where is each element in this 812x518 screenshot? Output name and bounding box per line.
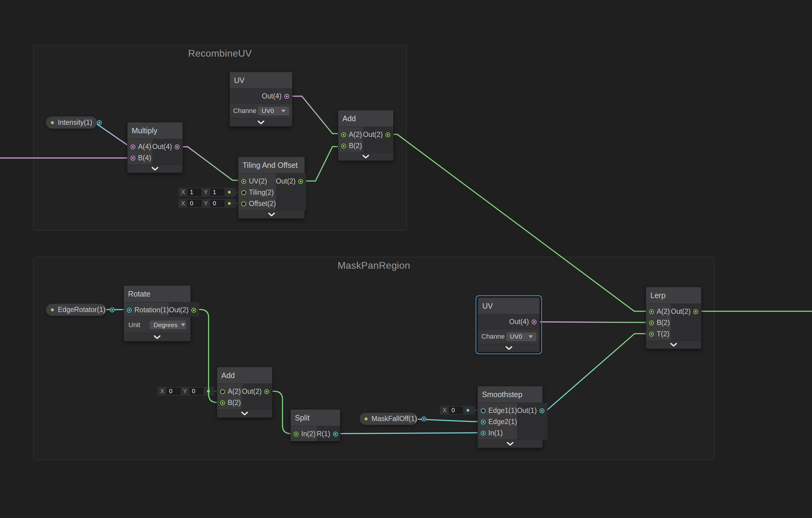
output-port-out4[interactable] (175, 144, 179, 149)
input-port-offset2[interactable] (241, 201, 246, 206)
input-port-in1[interactable] (481, 431, 486, 436)
collapse-bar[interactable] (478, 440, 543, 448)
x-value-field[interactable]: 1 (187, 189, 201, 196)
y-value-field[interactable]: 0 (210, 200, 224, 207)
output-port-out2[interactable] (298, 179, 303, 184)
collapse-bar[interactable] (478, 344, 540, 352)
port-label: Out(2) (169, 306, 188, 314)
node-title[interactable]: Add (217, 367, 272, 383)
property-label: Intensity(1) (58, 118, 92, 127)
collapse-bar[interactable] (217, 409, 272, 417)
x-value-field[interactable]: 0 (187, 200, 201, 207)
collapse-bar[interactable] (124, 333, 191, 341)
input-port-b4[interactable] (130, 156, 135, 161)
output-port-out4[interactable] (284, 94, 289, 99)
collapse-chevron-icon (505, 346, 512, 350)
input-port-t2[interactable] (649, 332, 654, 336)
collapse-chevron-icon (152, 167, 158, 170)
port-label: Out(2) (242, 387, 262, 396)
output-port[interactable] (97, 120, 102, 125)
node-title[interactable]: Tiling And Offset (238, 157, 304, 173)
unit-dropdown[interactable]: Degrees (150, 321, 186, 329)
node-title[interactable]: UV (230, 72, 292, 88)
property-edge-rotator[interactable]: EdgeRotator(1) (46, 303, 106, 316)
input-port-a2[interactable] (649, 309, 654, 314)
output-port[interactable] (110, 307, 115, 312)
property-label: EdgeRotator(1) (58, 306, 105, 314)
node-rotate[interactable]: Rotate Rotation(1) Out(2) Unit Degrees (123, 285, 191, 342)
node-multiply[interactable]: Multiply A(4) B(4) Out(4) (127, 122, 183, 173)
collapse-chevron-icon (670, 343, 677, 347)
x-value-field[interactable]: 0 (449, 407, 463, 414)
unit-label: Unit (128, 321, 140, 329)
output-port-out2[interactable] (264, 389, 269, 394)
input-port-b2[interactable] (220, 401, 225, 405)
property-label: MaskFallOff(1) (372, 415, 417, 423)
input-port-b2[interactable] (649, 321, 654, 325)
node-title[interactable]: Rotate (124, 285, 191, 302)
node-title[interactable]: Smoothstep (478, 386, 543, 403)
input-port-in2[interactable] (294, 432, 298, 437)
property-mask-falloff[interactable]: MaskFallOff(1) (359, 413, 418, 425)
collapse-bar[interactable] (230, 118, 292, 126)
collapse-chevron-icon (154, 335, 161, 339)
input-port-a2[interactable] (220, 389, 225, 394)
node-add-1[interactable]: Add A(2) B(2) Out(2) (338, 110, 394, 161)
y-value-field[interactable]: 1 (210, 189, 224, 196)
port-label: In(2) (301, 430, 316, 438)
node-title[interactable]: Add (338, 110, 393, 127)
output-port-out2[interactable] (385, 132, 390, 137)
node-add-2[interactable]: Add A(2) B(2) Out(2) (217, 367, 272, 418)
output-port-out2[interactable] (693, 309, 698, 314)
node-title[interactable]: Split (291, 410, 340, 426)
group-title[interactable]: RecombineUV (34, 48, 406, 59)
dropdown-caret-icon (281, 110, 286, 112)
node-title[interactable]: Multiply (127, 122, 182, 139)
collapse-chevron-icon (258, 120, 264, 124)
port-label: B(2) (228, 399, 241, 407)
shader-graph-canvas[interactable]: RecombineUV MaskPanRegion X 1 Y 1 X 0 Y … (0, 0, 812, 518)
channel-dropdown[interactable]: UV0 (258, 107, 289, 115)
node-uv-1[interactable]: UV Out(4) Channe UV0 (230, 72, 292, 127)
node-title[interactable]: UV (478, 298, 540, 314)
collapse-bar[interactable] (338, 153, 393, 161)
collapse-chevron-icon (362, 155, 369, 158)
y-value-field[interactable]: 0 (190, 388, 203, 395)
input-port-edge2[interactable] (481, 419, 486, 425)
y-label: Y (204, 189, 208, 196)
wire-uv2-to-lerp-b[interactable] (534, 322, 651, 323)
input-port-b2[interactable] (341, 143, 346, 148)
port-label: Out(2) (276, 177, 295, 185)
property-intensity[interactable]: Intensity(1) (46, 116, 97, 129)
node-split[interactable]: Split In(2) R(1) (290, 409, 340, 441)
node-uv-2[interactable]: UV Out(4) Channe UV0 (478, 298, 540, 352)
node-smoothstep[interactable]: Smoothstep Edge1(1) Edge2(1) In(1) Out (477, 386, 543, 448)
port-label: B(2) (349, 142, 362, 150)
input-port-tiling2[interactable] (241, 190, 246, 195)
group-title[interactable]: MaskPanRegion (34, 260, 714, 271)
collapse-bar[interactable] (238, 210, 304, 218)
output-port-out1[interactable] (540, 408, 544, 413)
y-label: Y (183, 388, 187, 395)
x-label: X (181, 200, 185, 207)
node-title[interactable]: Lerp (646, 287, 701, 303)
output-port[interactable] (422, 416, 426, 421)
port-label: A(2) (657, 307, 670, 316)
output-port-r1[interactable] (333, 432, 338, 437)
collapse-bar[interactable] (646, 340, 701, 349)
output-port-out2[interactable] (191, 308, 196, 312)
output-port-out4[interactable] (532, 320, 536, 324)
node-lerp[interactable]: Lerp A(2) B(2) T(2) Out(2) (646, 287, 701, 349)
input-port-a4[interactable] (130, 144, 135, 149)
input-port-edge1[interactable] (481, 408, 486, 413)
input-port-a2[interactable] (341, 132, 346, 137)
node-tiling-and-offset[interactable]: Tiling And Offset UV(2) Tiling(2) Offset… (238, 157, 305, 219)
collapse-bar[interactable] (127, 164, 182, 173)
channel-dropdown-value: UV0 (262, 107, 274, 114)
x-value-field[interactable]: 0 (167, 388, 180, 395)
input-port-rotation1[interactable] (127, 308, 132, 312)
port-label: Out(2) (671, 307, 691, 316)
input-port-uv2[interactable] (241, 179, 246, 184)
port-label: B(4) (138, 154, 151, 162)
channel-dropdown[interactable]: UV0 (506, 333, 536, 341)
